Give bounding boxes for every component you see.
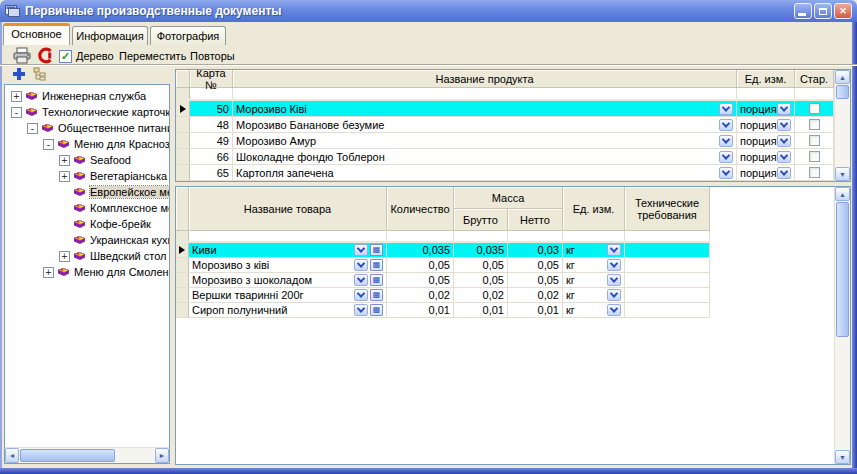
dropdown-button[interactable] [777,103,791,115]
tech-requirements-cell[interactable] [625,273,710,287]
quantity-cell[interactable]: 0,05 [387,258,454,272]
column-header-quantity[interactable]: Количество [387,187,454,231]
tree-item[interactable]: +Вегетаріанська ку [5,168,169,184]
gross-cell[interactable]: 0,01 [454,303,508,317]
tree-checkbox[interactable]: ✓ [59,50,72,63]
item-name-cell[interactable]: Вершки тваринні 200г▦ [189,288,387,302]
net-cell[interactable]: 0,02 [508,288,563,302]
add-node-button[interactable] [12,67,26,81]
column-header-product-name[interactable]: Название продукта [233,70,737,88]
product-name-cell[interactable]: Морозиво Бананове безумие [233,117,737,132]
expand-toggle-icon[interactable]: + [59,171,70,182]
quantity-cell[interactable]: 0,05 [387,273,454,287]
unit-cell[interactable]: кг [563,303,625,317]
ingredient-row[interactable]: Сироп полуничний▦ 0,01 0,01 0,01 кг [176,303,710,318]
tree-item[interactable]: +Меню для Смоленскоі [5,264,169,280]
scroll-right-button[interactable]: ► [155,448,169,463]
editor-button[interactable]: ▦ [370,274,383,286]
editor-button[interactable]: ▦ [370,289,383,301]
filter-cell[interactable] [190,88,233,99]
product-name-cell[interactable]: Морозиво Ківі [233,101,737,116]
gross-cell[interactable]: 0,035 [454,243,508,257]
dropdown-button[interactable] [607,244,621,256]
dropdown-button[interactable] [719,167,733,179]
dropdown-button[interactable] [719,135,733,147]
column-header-card-no[interactable]: Карта № [190,70,233,88]
scroll-down-button[interactable]: ▼ [835,167,850,181]
scrollbar-thumb[interactable] [20,449,115,462]
column-header-unit[interactable]: Ед. изм. [563,187,625,231]
scroll-up-button[interactable]: ▲ [835,187,850,201]
editor-button[interactable]: ▦ [370,259,383,271]
product-row[interactable]: 65 Картопля запечена порция [176,165,850,181]
filter-row[interactable] [176,88,850,101]
old-checkbox[interactable] [809,167,820,178]
quantity-cell[interactable]: 0,035 [387,243,454,257]
scrollbar-thumb[interactable] [836,202,849,337]
product-row[interactable]: 50 Морозиво Ківі порция [176,101,850,117]
column-header-tech[interactable]: Технические требования [625,187,710,231]
item-name-cell[interactable]: Морозиво з шоколадом▦ [189,273,387,287]
repeats-button[interactable]: Повторы [190,48,235,64]
expand-toggle-icon[interactable]: + [43,267,54,278]
old-flag-cell[interactable] [795,149,834,164]
tab-informaciya[interactable]: Информация [72,26,148,45]
unit-cell[interactable]: порция [737,165,795,180]
quantity-cell[interactable]: 0,01 [387,303,454,317]
item-name-cell[interactable]: Киви▦ [189,243,387,257]
maximize-button[interactable] [814,3,832,19]
ingredient-row[interactable]: Морозиво з ківі▦ 0,05 0,05 0,05 кг [176,258,710,273]
tree-item[interactable]: -Технологические карточки [5,104,169,120]
tree-item[interactable]: +Инженерная служба [5,88,169,104]
ingredients-vertical-scrollbar[interactable]: ▲ ▼ [834,187,850,464]
old-flag-cell[interactable] [795,101,834,116]
card-no-cell[interactable]: 48 [190,117,233,132]
ingredient-row[interactable]: Морозиво з шоколадом▦ 0,05 0,05 0,05 кг [176,273,710,288]
dropdown-button[interactable] [354,259,368,271]
dropdown-button[interactable] [354,304,368,316]
tech-requirements-cell[interactable] [625,303,710,317]
item-name-cell[interactable]: Морозиво з ківі▦ [189,258,387,272]
product-name-cell[interactable]: Картопля запечена [233,165,737,180]
expand-toggle-icon[interactable]: - [11,107,22,118]
dropdown-button[interactable] [719,151,733,163]
tree-item[interactable]: -Меню для Краснозвёз [5,136,169,152]
scroll-up-button[interactable]: ▲ [835,70,850,84]
column-header-unit[interactable]: Ед. изм. [737,70,795,88]
tree-horizontal-scrollbar[interactable]: ◄ ► [5,447,169,463]
dropdown-button[interactable] [719,119,733,131]
dropdown-button[interactable] [354,274,368,286]
gross-cell[interactable]: 0,02 [454,288,508,302]
item-name-cell[interactable]: Сироп полуничний▦ [189,303,387,317]
filter-row[interactable] [176,231,710,243]
unit-cell[interactable]: порция [737,117,795,132]
filter-cell[interactable] [737,88,795,99]
expand-toggle-icon[interactable]: - [27,123,38,134]
move-button[interactable]: Переместить [119,48,186,64]
old-checkbox[interactable] [809,151,820,162]
filter-cell[interactable] [508,231,563,241]
net-cell[interactable]: 0,03 [508,243,563,257]
expand-toggle-icon[interactable]: + [59,251,70,262]
column-header-item-name[interactable]: Название товара [189,187,387,231]
product-name-cell[interactable]: Шоколадне фондю Тоблерон [233,149,737,164]
column-header-net[interactable]: Нетто [508,209,563,231]
hierarchy-button[interactable] [33,67,48,81]
scroll-left-button[interactable]: ◄ [5,448,19,463]
unit-cell[interactable]: порция [737,101,795,116]
tree-item[interactable]: +Seafood [5,152,169,168]
product-row[interactable]: 66 Шоколадне фондю Тоблерон порция [176,149,850,165]
unit-cell[interactable]: кг [563,258,625,272]
old-flag-cell[interactable] [795,117,834,132]
expand-toggle-icon[interactable]: + [11,91,22,102]
dropdown-button[interactable] [777,119,791,131]
tab-osnovnoe[interactable]: Основное [3,23,70,45]
filter-cell[interactable] [795,88,834,99]
tech-requirements-cell[interactable] [625,288,710,302]
filter-cell[interactable] [233,88,737,99]
minimize-button[interactable] [794,3,812,19]
unit-cell[interactable]: кг [563,288,625,302]
dropdown-button[interactable] [777,151,791,163]
filter-cell[interactable] [189,231,387,241]
dropdown-button[interactable] [354,244,368,256]
